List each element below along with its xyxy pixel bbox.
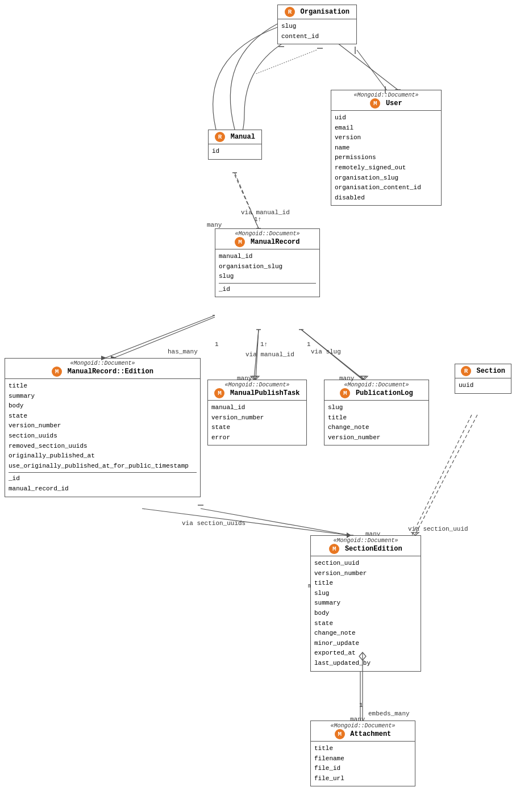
svg-line-10 — [142, 509, 349, 535]
mpt-name: ManualPublishTask — [230, 389, 299, 397]
mre-body: title summary body state version_number … — [5, 379, 200, 497]
se-badge: M — [329, 544, 339, 554]
manualrecord-header: «Mongoid::Document» M ManualRecord — [215, 229, 319, 249]
user-body: uid email version name permissions remot… — [331, 111, 441, 205]
se-name: SectionEdition — [345, 545, 402, 553]
label-many-pl: many — [339, 375, 354, 382]
manualpublishtask-box: «Mongoid::Document» M ManualPublishTask … — [207, 380, 307, 445]
sectionedition-box: «Mongoid::Document» M SectionEdition sec… — [310, 535, 421, 672]
label-1-manual-top: 1↑ — [254, 216, 261, 223]
mpt-body: manual_id version_number state error — [208, 401, 306, 445]
att-stereotype: «Mongoid::Document» — [314, 723, 411, 729]
manual-badge: R — [215, 132, 225, 142]
section-body: uuid — [455, 378, 511, 393]
manualrecord-body: manual_id organisation_slug slug _id — [215, 249, 319, 297]
pl-header: «Mongoid::Document» M PublicationLog — [324, 380, 428, 401]
user-header: «Mongoid::Document» M User — [331, 90, 441, 111]
organisation-badge: R — [285, 7, 295, 17]
manualrecord-box: «Mongoid::Document» M ManualRecord manua… — [215, 228, 320, 297]
organisation-header: R Organisation — [278, 5, 356, 19]
org-field-slug: slug — [281, 22, 353, 32]
section-name: Section — [477, 367, 505, 375]
label-many-mpt: many — [237, 375, 252, 382]
label-via-section-uuid: via section_uuid — [408, 526, 468, 532]
pl-body: slug title change_note version_number — [324, 401, 428, 445]
label-has-many: has_many — [168, 348, 198, 355]
manual-box: R Manual id — [208, 130, 262, 160]
manual-header: R Manual — [209, 130, 261, 144]
manualrecord-stereotype: «Mongoid::Document» — [219, 231, 316, 237]
mre-header: «Mongoid::Document» M ManualRecord::Edit… — [5, 359, 200, 379]
organisation-name: Organisation — [301, 8, 349, 16]
section-box: R Section uuid — [455, 364, 511, 394]
user-badge: M — [370, 98, 380, 109]
manualrecord-name: ManualRecord — [251, 238, 299, 246]
publicationlog-box: «Mongoid::Document» M PublicationLog slu… — [324, 380, 429, 445]
svg-line-23 — [105, 315, 215, 358]
manual-body: id — [209, 144, 261, 159]
mre-stereotype: «Mongoid::Document» — [9, 360, 197, 367]
att-header: «Mongoid::Document» M Attachment — [311, 721, 415, 742]
svg-line-19 — [256, 50, 317, 74]
att-badge: M — [335, 729, 345, 739]
svg-line-14 — [357, 50, 386, 90]
pl-name: PublicationLog — [356, 389, 413, 397]
user-stereotype: «Mongoid::Document» — [335, 92, 438, 98]
mpt-badge: M — [214, 388, 224, 398]
user-name: User — [386, 99, 402, 107]
label-1-mr-center: 1↑ — [260, 341, 268, 348]
pl-stereotype: «Mongoid::Document» — [328, 382, 425, 388]
se-body: section_uuid version_number title slug s… — [311, 556, 421, 671]
label-via-manual-id-bottom: via manual_id — [245, 351, 294, 358]
section-header: R Section — [455, 364, 511, 378]
section-badge: R — [461, 366, 471, 376]
label-via-manual-id-top: via manual_id — [241, 209, 290, 216]
org-field-content-id: content_id — [281, 32, 353, 42]
att-name: Attachment — [350, 730, 391, 738]
label-many-manual: many — [207, 222, 222, 228]
mre-name: ManualRecord::Edition — [68, 368, 153, 376]
attachment-box: «Mongoid::Document» M Attachment title f… — [310, 721, 415, 786]
label-1-attachment: 1 — [359, 702, 363, 709]
pl-badge: M — [340, 388, 350, 398]
se-stereotype: «Mongoid::Document» — [314, 538, 417, 544]
manualrecordedition-box: «Mongoid::Document» M ManualRecord::Edit… — [5, 358, 201, 497]
manualrecord-badge: M — [235, 237, 245, 247]
manual-name: Manual — [231, 133, 255, 141]
organisation-body: slug content_id — [278, 19, 356, 44]
label-embeds-many: embeds_many — [368, 710, 410, 717]
label-via-slug: via slug — [311, 348, 341, 355]
mpt-stereotype: «Mongoid::Document» — [211, 382, 303, 388]
se-header: «Mongoid::Document» M SectionEdition — [311, 536, 421, 556]
organisation-box: R Organisation slug content_id — [277, 5, 357, 44]
user-box: «Mongoid::Document» M User uid email ver… — [331, 90, 442, 206]
label-via-section-uuids: via section_uuids — [182, 520, 245, 527]
mre-badge: M — [52, 367, 62, 377]
diagram-container: R Organisation slug content_id «Mongoid:… — [0, 0, 516, 812]
att-body: title filename file_id file_url — [311, 742, 415, 786]
label-1-mr-left: 1 — [215, 341, 219, 348]
svg-line-4 — [114, 317, 215, 358]
mpt-header: «Mongoid::Document» M ManualPublishTask — [208, 380, 306, 401]
label-1-mr-right: 1 — [307, 341, 311, 348]
